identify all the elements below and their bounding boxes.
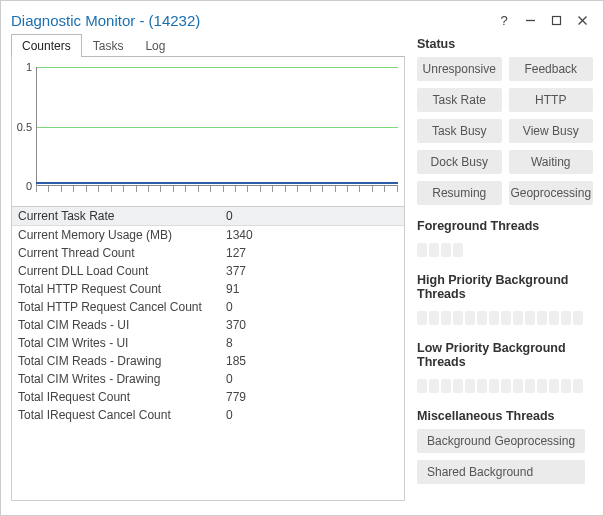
thread-slot: [477, 379, 487, 393]
misc-threads-title: Miscellaneous Threads: [417, 409, 593, 423]
status-feedback[interactable]: Feedback: [509, 57, 594, 81]
misc-shared-background[interactable]: Shared Background: [417, 460, 585, 484]
counter-row[interactable]: Total CIM Writes - Drawing0: [12, 370, 404, 388]
counter-row[interactable]: Current Thread Count127: [12, 244, 404, 262]
left-pane: Counters Tasks Log 1 0.5 0: [11, 33, 405, 501]
thread-slot: [537, 379, 547, 393]
fg-thread-slots: [417, 243, 593, 257]
counter-row[interactable]: Total CIM Reads - Drawing185: [12, 352, 404, 370]
titlebar: Diagnostic Monitor - (14232) ?: [1, 1, 603, 33]
thread-slot: [513, 311, 523, 325]
counter-row[interactable]: Current Memory Usage (MB)1340: [12, 226, 404, 244]
status-unresponsive[interactable]: Unresponsive: [417, 57, 502, 81]
chart-area: 1 0.5 0: [11, 57, 405, 207]
counter-row[interactable]: Current DLL Load Count377: [12, 262, 404, 280]
thread-slot: [453, 379, 463, 393]
counter-row[interactable]: Total CIM Reads - UI370: [12, 316, 404, 334]
thread-slot: [453, 311, 463, 325]
counter-header-row[interactable]: Current Task Rate 0: [12, 207, 404, 226]
counter-header-value: 0: [226, 209, 398, 223]
status-title: Status: [417, 37, 593, 51]
status-dock-busy[interactable]: Dock Busy: [417, 150, 502, 174]
thread-slot: [489, 379, 499, 393]
thread-slot: [573, 311, 583, 325]
hp-thread-slots: [417, 311, 593, 325]
thread-slot: [417, 379, 427, 393]
thread-slot: [453, 243, 463, 257]
status-task-busy[interactable]: Task Busy: [417, 119, 502, 143]
maximize-button[interactable]: [543, 9, 569, 31]
counter-row[interactable]: Total CIM Writes - UI8: [12, 334, 404, 352]
status-resuming[interactable]: Resuming: [417, 181, 502, 205]
thread-slot: [561, 379, 571, 393]
thread-slot: [537, 311, 547, 325]
hp-threads-title: High Priority Background Threads: [417, 273, 593, 301]
counter-row[interactable]: Total IRequest Cancel Count0: [12, 406, 404, 424]
thread-slot: [561, 311, 571, 325]
thread-slot: [501, 379, 511, 393]
thread-slot: [429, 243, 439, 257]
window-title: Diagnostic Monitor - (14232): [11, 12, 491, 29]
thread-slot: [501, 311, 511, 325]
lp-threads-title: Low Priority Background Threads: [417, 341, 593, 369]
thread-slot: [525, 379, 535, 393]
counters-list: Current Task Rate 0 Current Memory Usage…: [11, 207, 405, 501]
help-button[interactable]: ?: [491, 9, 517, 31]
status-task-rate[interactable]: Task Rate: [417, 88, 502, 112]
ytick-1: 1: [16, 61, 32, 73]
thread-slot: [465, 311, 475, 325]
thread-slot: [417, 311, 427, 325]
ytick-0: 0: [16, 180, 32, 192]
status-http[interactable]: HTTP: [509, 88, 594, 112]
counter-row[interactable]: Total IRequest Count779: [12, 388, 404, 406]
tab-tasks[interactable]: Tasks: [82, 34, 135, 57]
ytick-05: 0.5: [16, 121, 32, 133]
tab-strip: Counters Tasks Log: [11, 33, 405, 57]
thread-slot: [429, 311, 439, 325]
status-geoprocessing[interactable]: Geoprocessing: [509, 181, 594, 205]
fg-threads-title: Foreground Threads: [417, 219, 593, 233]
thread-slot: [417, 243, 427, 257]
lp-thread-slots: [417, 379, 593, 393]
counter-header-label: Current Task Rate: [18, 209, 226, 223]
content: Counters Tasks Log 1 0.5 0: [1, 33, 603, 511]
status-view-busy[interactable]: View Busy: [509, 119, 594, 143]
status-grid: Unresponsive Feedback Task Rate HTTP Tas…: [417, 57, 593, 205]
thread-slot: [477, 311, 487, 325]
thread-slot: [441, 243, 451, 257]
counter-row[interactable]: Total HTTP Request Count91: [12, 280, 404, 298]
thread-slot: [489, 311, 499, 325]
right-pane: Status Unresponsive Feedback Task Rate H…: [405, 33, 593, 501]
chart-series-line: [36, 182, 398, 184]
thread-slot: [429, 379, 439, 393]
thread-slot: [525, 311, 535, 325]
thread-slot: [513, 379, 523, 393]
misc-bg-geoprocessing[interactable]: Background Geoprocessing: [417, 429, 585, 453]
thread-slot: [465, 379, 475, 393]
minimize-button[interactable]: [517, 9, 543, 31]
x-ticks: [36, 186, 398, 192]
thread-slot: [549, 311, 559, 325]
thread-slot: [573, 379, 583, 393]
thread-slot: [441, 311, 451, 325]
thread-slot: [441, 379, 451, 393]
svg-rect-1: [552, 16, 560, 24]
status-waiting[interactable]: Waiting: [509, 150, 594, 174]
tab-counters[interactable]: Counters: [11, 34, 82, 57]
tab-log[interactable]: Log: [134, 34, 176, 57]
counter-row[interactable]: Total HTTP Request Cancel Count0: [12, 298, 404, 316]
thread-slot: [549, 379, 559, 393]
close-button[interactable]: [569, 9, 595, 31]
